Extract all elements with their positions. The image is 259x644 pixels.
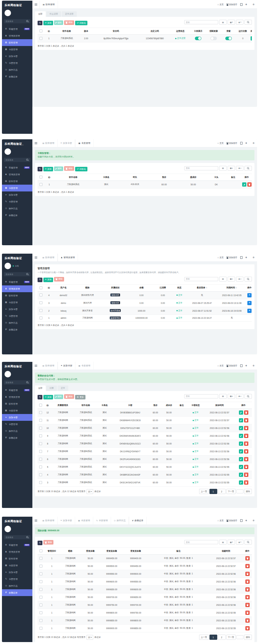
file-icon[interactable] [240,3,242,6]
topbar-tab[interactable]: 操作日志 [111,517,129,524]
menu-toggle-button[interactable] [32,139,39,147]
fullscreen-icon[interactable] [245,520,247,522]
row-checkbox[interactable] [39,442,42,445]
topbar-tab[interactable]: 软件管理 [39,517,58,524]
sidebar-item[interactable]: 卡类管理 [2,46,32,53]
toggle-view-button[interactable] [219,277,227,282]
sidebar-item[interactable]: 操作日志 [2,66,32,73]
fullscreen-icon[interactable] [245,4,247,6]
refresh-button[interactable] [38,21,42,25]
column-header[interactable]: 用户名 [54,285,73,292]
delete-button[interactable] [245,564,250,568]
delete-button[interactable] [244,442,248,446]
sidebar-search-input[interactable] [6,20,25,22]
column-header[interactable]: 运营状态 [170,28,190,35]
page-jump-input[interactable] [236,489,243,493]
sidebar-item[interactable]: 管理员管理 [2,548,32,555]
sidebar-item[interactable]: 添加卡密 [2,53,32,60]
sidebar-item[interactable]: 常规管理 NEW [2,279,32,285]
search-button[interactable] [244,20,252,25]
column-header[interactable]: 备注 [148,548,209,555]
topbar-tab[interactable]: 卡密管理 [93,517,111,524]
edit-button[interactable] [239,418,243,422]
file-icon[interactable] [240,364,242,367]
edit-button[interactable] [239,480,243,485]
column-header[interactable]: 备注 [225,174,242,181]
sidebar-item[interactable]: 添加卡密 [2,414,32,421]
column-header-sortable[interactable]: 最后登录 [187,285,217,292]
edit-button[interactable] [242,182,246,187]
topbar-tab[interactable]: 卡类管理 [75,517,93,524]
row-checkbox[interactable] [39,301,42,304]
column-header[interactable]: 软件名称 [54,174,92,181]
sidebar-search-input[interactable] [6,536,25,538]
search-button[interactable] [244,540,252,545]
row-checkbox[interactable] [39,611,42,614]
column-header[interactable]: 管理员ID [44,548,60,555]
toggle-view-button[interactable] [219,540,227,545]
column-header[interactable]: 所属管理员 [52,402,74,409]
clear-cache-link[interactable]: 清除缓存 [227,519,237,522]
menu-toggle-button[interactable] [32,254,39,261]
select-all-checkbox[interactable] [39,549,42,552]
filter-tab[interactable]: 正常 [58,385,68,391]
column-header[interactable]: 售价 [150,174,179,181]
column-header[interactable]: ID [44,285,54,292]
home-link[interactable]: 主页 [218,142,224,145]
row-checkbox[interactable] [39,458,42,461]
sidebar-item[interactable]: 软件管理 [2,178,32,185]
settings-gear-icon[interactable] [253,257,254,259]
sidebar-item[interactable]: 余额记录 [2,73,32,80]
sidebar-item[interactable]: 卡类管理 [2,562,32,569]
column-header[interactable]: 提成价 [179,174,208,181]
recycle-button[interactable]: 回收站 [75,167,87,171]
avatar[interactable] [5,148,11,155]
filter-tab[interactable]: 全部 [35,385,46,391]
next-page-button[interactable]: 下一页 [226,489,236,494]
row-checkbox[interactable] [39,481,42,484]
column-header[interactable]: 软件名称 [74,402,98,409]
export-button[interactable] [236,277,243,282]
column-header[interactable]: 余额 [129,285,154,292]
delete-button[interactable] [244,426,248,430]
sidebar-search-input[interactable] [6,273,25,275]
home-link[interactable]: 主页 [218,519,224,522]
avatar[interactable] [5,263,11,269]
topbar-tab[interactable]: 添加卡密 [58,362,76,370]
columns-button[interactable] [228,277,235,282]
sidebar-item[interactable]: 软件管理 [2,400,32,407]
toggle-view-button[interactable] [219,20,227,25]
column-header[interactable]: 变更前余额 [100,548,124,555]
sidebar-item[interactable]: 余额记录 [2,326,32,333]
more-button[interactable]: 更多 [75,395,85,399]
delete-button[interactable] [244,480,248,485]
page-button-1[interactable]: 1 [209,635,217,640]
prev-page-button[interactable]: 上一页 [199,489,209,494]
select-all-checkbox[interactable] [39,29,42,32]
export-button[interactable] [236,540,243,545]
column-header[interactable]: 自定义码 [139,28,170,35]
table-search-input[interactable] [184,540,218,544]
page-button-2[interactable]: 2 [218,635,226,640]
column-header[interactable]: 已消费 [154,285,172,292]
edit-button[interactable]: 编辑 [54,20,63,25]
refresh-button[interactable] [38,395,42,399]
column-header[interactable]: 售价 [149,402,162,409]
force-update-toggle[interactable] [210,37,217,40]
topbar-tab[interactable]: 软件管理 [39,139,58,147]
sidebar-item[interactable]: 常规管理 NEW [2,26,32,32]
topbar-tab[interactable]: 卡类管理 [75,362,94,370]
export-button[interactable] [236,166,243,171]
search-button[interactable] [244,166,252,171]
select-all-checkbox[interactable] [39,176,42,178]
column-header[interactable]: 成本价 [162,402,176,409]
delete-button[interactable] [245,580,250,584]
row-checkbox[interactable] [39,473,42,476]
menu-toggle-button[interactable] [32,362,39,370]
recycle-button[interactable]: 回收站 [75,21,87,25]
home-link[interactable]: 主页 [218,256,224,259]
column-header[interactable]: 昵称 [73,285,102,292]
refresh-button[interactable] [38,167,42,171]
column-header[interactable]: ID [43,402,52,409]
column-header[interactable]: 版本 [80,28,93,35]
